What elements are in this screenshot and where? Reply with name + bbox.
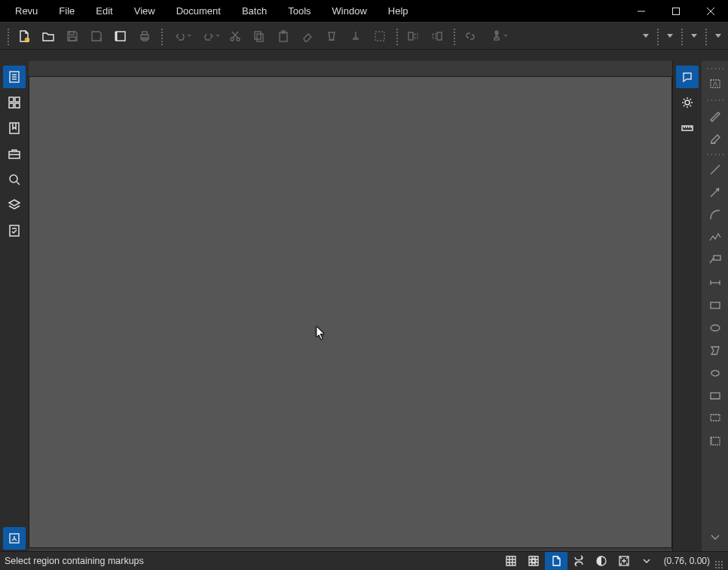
rectangle-tool[interactable] (705, 295, 726, 316)
layers-tab[interactable] (3, 194, 26, 216)
bookmarks-tab[interactable] (3, 117, 26, 139)
minimize-button[interactable] (624, 0, 659, 22)
stamp-button[interactable] (484, 26, 509, 47)
titlebar: Revu File Edit View Document Batch Tools… (0, 0, 728, 22)
forms-tab[interactable] (3, 219, 26, 242)
svg-rect-18 (255, 32, 261, 39)
arrow-tool[interactable] (705, 182, 726, 203)
sync-view-button[interactable] (567, 552, 590, 571)
menu-view[interactable]: View (124, 0, 166, 22)
polygon-tool[interactable] (705, 340, 726, 361)
menu-edit[interactable]: Edit (85, 0, 123, 22)
tool-grip[interactable] (705, 66, 726, 69)
text-box-tool[interactable]: A (705, 73, 726, 94)
toolbar-grip-6[interactable] (680, 27, 683, 45)
svg-rect-33 (9, 97, 14, 102)
align-right-button[interactable] (427, 26, 448, 47)
toolbar-grip-2[interactable] (160, 27, 163, 45)
fit-dropdown-button[interactable] (635, 552, 658, 571)
cursor-coordinates: (0.76, 0.00) (664, 556, 710, 566)
studio-tab[interactable] (3, 527, 26, 550)
toolbar-grip-3[interactable] (395, 27, 398, 45)
callout-tool[interactable] (705, 250, 726, 271)
menu-revu[interactable]: Revu (5, 0, 48, 22)
toolbar-grip[interactable] (6, 27, 9, 45)
menu-batch[interactable]: Batch (231, 0, 277, 22)
fit-button[interactable] (613, 552, 635, 571)
measure-count-tool[interactable] (705, 408, 726, 429)
toolbar-dropdown-3[interactable] (687, 26, 701, 47)
cloud-plus-tool[interactable] (705, 385, 726, 406)
eraser-button[interactable] (297, 26, 318, 47)
svg-rect-25 (414, 34, 418, 38)
svg-point-45 (685, 100, 690, 105)
maximize-button[interactable] (659, 0, 693, 22)
polyline-tool[interactable] (705, 227, 726, 248)
toolbar-dropdown-2[interactable] (663, 26, 677, 47)
more-tools-button[interactable] (705, 527, 726, 548)
open-file-button[interactable] (38, 26, 59, 47)
toolbar-dropdown-4[interactable] (711, 26, 725, 47)
document-canvas[interactable] (29, 76, 672, 548)
arc-tool[interactable] (705, 204, 726, 225)
undo-button[interactable] (167, 26, 193, 47)
dim-button[interactable] (590, 552, 613, 571)
svg-line-41 (17, 182, 20, 185)
resize-grip[interactable] (714, 560, 723, 569)
file-access-tab[interactable] (3, 66, 26, 88)
svg-rect-8 (69, 37, 75, 41)
status-bar: Select region containing markups (0.76, … (0, 551, 728, 570)
save-button[interactable] (62, 26, 83, 47)
menu-bar: Revu File Edit View Document Batch Tools… (0, 0, 419, 22)
settings-tab[interactable] (676, 91, 699, 114)
tab-access-button[interactable] (110, 26, 131, 47)
properties-tab[interactable] (676, 66, 699, 88)
align-left-button[interactable] (402, 26, 424, 47)
highlight-button[interactable] (321, 26, 342, 47)
cloud-tool[interactable] (705, 363, 726, 384)
redo-button[interactable] (196, 26, 222, 47)
svg-rect-1 (673, 8, 680, 14)
svg-point-40 (10, 175, 17, 182)
measurements-tab[interactable] (676, 117, 699, 139)
search-tab[interactable] (3, 168, 26, 191)
pen-tool[interactable] (705, 105, 726, 126)
line-tool[interactable] (705, 159, 726, 180)
menu-document[interactable]: Document (166, 0, 231, 22)
copy-button[interactable] (249, 26, 270, 47)
svg-rect-9 (116, 32, 125, 41)
toolbar-grip-7[interactable] (704, 27, 707, 45)
save-as-button[interactable] (86, 26, 107, 47)
select-region-button[interactable] (369, 26, 390, 47)
cut-button[interactable] (225, 26, 246, 47)
svg-line-54 (711, 165, 720, 174)
toolbar-row-2 (0, 49, 728, 61)
thumbnails-tab[interactable] (3, 91, 26, 114)
snap-button[interactable] (522, 552, 545, 571)
svg-line-17 (232, 32, 237, 38)
toolbar-grip-4[interactable] (452, 27, 455, 45)
cursor-icon (316, 326, 326, 343)
callout-button[interactable] (345, 26, 366, 47)
tool-chest-tab[interactable] (3, 142, 26, 165)
link-button[interactable] (460, 26, 481, 47)
toolbar-dropdown-1[interactable] (639, 26, 653, 47)
menu-tools[interactable]: Tools (277, 0, 321, 22)
paste-button[interactable] (273, 26, 294, 47)
measure-area-tool[interactable] (705, 431, 726, 452)
page-layout-button[interactable] (545, 552, 567, 571)
highlighter-tool[interactable] (705, 127, 726, 149)
dimension-tool[interactable] (705, 272, 726, 293)
grid-button[interactable] (500, 552, 522, 571)
ellipse-tool[interactable] (705, 317, 726, 339)
svg-rect-20 (280, 32, 287, 41)
new-file-button[interactable] (14, 26, 35, 47)
print-button[interactable] (134, 26, 155, 47)
window-controls (624, 0, 728, 22)
close-button[interactable] (693, 0, 728, 22)
menu-file[interactable]: File (48, 0, 85, 22)
toolbar-grip-5[interactable] (656, 27, 659, 45)
main-toolbar (0, 22, 728, 49)
menu-window[interactable]: Window (322, 0, 378, 22)
menu-help[interactable]: Help (378, 0, 419, 22)
